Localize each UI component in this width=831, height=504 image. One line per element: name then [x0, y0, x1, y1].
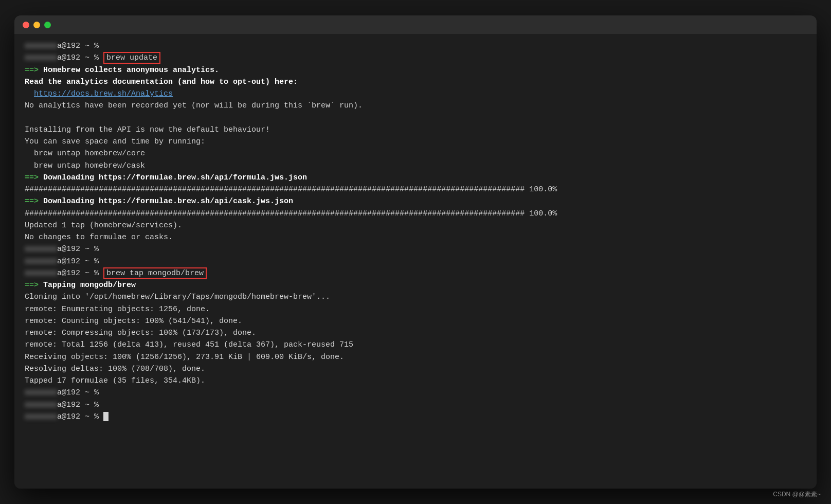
blurred-username6: xxxxxxx: [25, 387, 57, 399]
prompt-text8: a@192 ~ %: [57, 412, 103, 421]
prompt-text7: a@192 ~ %: [57, 401, 99, 409]
blurred-username: xxxxxxx: [25, 40, 57, 52]
terminal-line: xxxxxxxa@192 ~ %: [25, 256, 806, 267]
terminal-line: xxxxxxxa@192 ~ %: [25, 399, 806, 411]
line-text4: Tapping mongodb/brew: [39, 281, 136, 290]
blurred-username4: xxxxxxx: [25, 256, 57, 267]
terminal-line: Updated 1 tap (homebrew/services).: [25, 220, 806, 231]
terminal-line: brew untap homebrew/core: [25, 148, 806, 159]
terminal-line: Installing from the API is now the defau…: [25, 124, 806, 136]
terminal-line: Read the analytics documentation (and ho…: [25, 76, 806, 88]
blurred-username5: xxxxxxx: [25, 267, 57, 279]
prompt-text3: a@192 ~ %: [57, 245, 99, 254]
terminal-line: remote: Total 1256 (delta 413), reused 4…: [25, 339, 806, 351]
line-text: Homebrew collects anonymous analytics.: [39, 66, 219, 75]
blurred-username8: xxxxxxx: [25, 411, 57, 423]
analytics-link[interactable]: https://docs.brew.sh/Analytics: [34, 89, 173, 98]
arrow-prefix3: ==>: [25, 197, 39, 206]
terminal-line-brew-tap: xxxxxxxa@192 ~ % brew tap mongodb/brew: [25, 267, 806, 279]
terminal-line: Resolving deltas: 100% (708/708), done.: [25, 363, 806, 375]
line-text2: Downloading https://formulae.brew.sh/api…: [39, 173, 307, 182]
brew-tap-command: brew tap mongodb/brew: [103, 267, 207, 279]
terminal-body: xxxxxxxa@192 ~ % xxxxxxxa@192 ~ % brew u…: [14, 34, 817, 489]
line-text3: Downloading https://formulae.brew.sh/api…: [39, 197, 293, 206]
terminal-line: ==> Homebrew collects anonymous analytic…: [25, 64, 806, 76]
terminal-line: xxxxxxxa@192 ~ %: [25, 40, 806, 52]
prompt-text: a@192 ~ %: [57, 42, 99, 50]
terminal-line: https://docs.brew.sh/Analytics: [25, 88, 806, 100]
empty-line: [25, 112, 806, 124]
terminal-line: remote: Enumerating objects: 1256, done.: [25, 303, 806, 315]
terminal-line: remote: Counting objects: 100% (541/541)…: [25, 315, 806, 327]
terminal-line-cursor: xxxxxxxa@192 ~ %: [25, 411, 806, 423]
terminal-line: No changes to formulae or casks.: [25, 231, 806, 243]
close-button[interactable]: [23, 22, 29, 28]
blurred-username3: xxxxxxx: [25, 243, 57, 255]
terminal-line: xxxxxxxa@192 ~ %: [25, 243, 806, 255]
arrow-prefix2: ==>: [25, 173, 39, 182]
watermark: CSDN @@素素~: [773, 490, 821, 499]
terminal-line: No analytics have been recorded yet (nor…: [25, 100, 806, 112]
terminal-line-hash1: ########################################…: [25, 184, 806, 195]
terminal-line: ==> Tapping mongodb/brew: [25, 279, 806, 291]
terminal-line: You can save space and time by running:: [25, 136, 806, 148]
minimize-button[interactable]: [33, 22, 40, 28]
terminal-cursor: [103, 412, 109, 421]
prompt-text6: a@192 ~ %: [57, 388, 99, 397]
terminal-window: xxxxxxxa@192 ~ % xxxxxxxa@192 ~ % brew u…: [14, 15, 817, 489]
terminal-line: xxxxxxxa@192 ~ %: [25, 387, 806, 399]
terminal-line: Cloning into '/opt/homebrew/Library/Taps…: [25, 291, 806, 303]
terminal-line-hash2: ########################################…: [25, 208, 806, 220]
blurred-username7: xxxxxxx: [25, 399, 57, 411]
maximize-button[interactable]: [44, 22, 51, 28]
blurred-username2: xxxxxxx: [25, 52, 57, 64]
arrow-prefix: ==>: [25, 66, 39, 75]
terminal-line: remote: Compressing objects: 100% (173/1…: [25, 327, 806, 339]
terminal-line: Receiving objects: 100% (1256/1256), 273…: [25, 351, 806, 363]
terminal-line: brew untap homebrew/cask: [25, 160, 806, 172]
terminal-titlebar: [14, 15, 817, 34]
arrow-prefix4: ==>: [25, 281, 39, 290]
terminal-line: ==> Downloading https://formulae.brew.sh…: [25, 172, 806, 184]
prompt-text4: a@192 ~ %: [57, 257, 99, 266]
terminal-line: ==> Downloading https://formulae.brew.sh…: [25, 195, 806, 207]
prompt-text2: a@192 ~ %: [57, 53, 103, 62]
terminal-line-brew-update: xxxxxxxa@192 ~ % brew update: [25, 52, 806, 64]
brew-update-command: brew update: [103, 52, 160, 64]
terminal-line: Tapped 17 formulae (35 files, 354.4KB).: [25, 375, 806, 387]
prompt-text5: a@192 ~ %: [57, 269, 103, 278]
line-text: Read the analytics documentation (and ho…: [25, 78, 298, 86]
